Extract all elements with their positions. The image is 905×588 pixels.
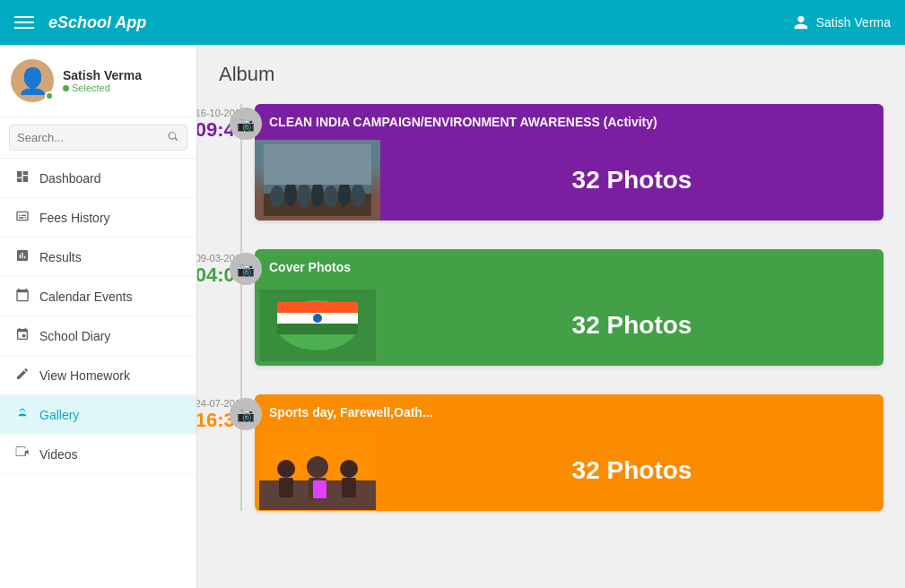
svg-point-7 (338, 181, 351, 206)
svg-point-15 (313, 314, 322, 323)
entry-icon-1: 📷 (230, 108, 262, 140)
header-username: Satish Verma (816, 15, 891, 30)
results-icon (14, 248, 30, 265)
sidebar-item-view-homework[interactable]: View Homework (0, 356, 196, 395)
sidebar-item-homework-label: View Homework (39, 368, 130, 383)
hamburger-menu[interactable] (14, 16, 34, 29)
header-left: eSchool App (14, 13, 146, 32)
svg-rect-25 (313, 480, 326, 498)
dashboard-icon (14, 169, 30, 186)
card-body-1: 32 Photos (255, 140, 883, 220)
page-title: Album (219, 63, 883, 86)
sidebar-item-fees-history[interactable]: Fees History (0, 198, 196, 238)
search-section (0, 117, 196, 159)
svg-point-6 (324, 186, 338, 207)
sidebar-item-videos-label: Videos (39, 447, 78, 462)
svg-rect-12 (277, 302, 358, 313)
gallery-icon (14, 406, 30, 423)
card-photos-2: 32 Photos (380, 311, 883, 340)
sidebar-item-school-diary-label: School Diary (39, 329, 110, 343)
card-header-2: Cover Photos (255, 249, 883, 285)
camera-icon-3: 📷 (237, 406, 255, 423)
sidebar-item-dashboard[interactable]: Dashboard (0, 159, 196, 198)
svg-rect-9 (264, 144, 371, 185)
main-layout: Satish Verma Selected (0, 45, 905, 588)
entry-card-1[interactable]: CLEAN INDIA CAMPAIGN/ENVIRONMENT AWARENE… (255, 104, 883, 220)
entry-card-3[interactable]: Sports day, Farewell,Oath... (255, 394, 883, 511)
search-container (9, 125, 187, 151)
sidebar-item-dashboard-label: Dashboard (39, 171, 101, 186)
card-body-2: 32 Photos (255, 285, 883, 366)
entry-icon-2: 📷 (230, 253, 262, 285)
timeline: 16-10-2014 09:46 📷 CLEAN INDIA CAMPAIGN/… (219, 104, 883, 511)
svg-point-3 (284, 181, 297, 206)
svg-point-2 (270, 186, 284, 207)
svg-rect-20 (279, 478, 293, 497)
sidebar-item-results[interactable]: Results (0, 238, 196, 277)
svg-point-4 (297, 184, 311, 207)
user-icon (793, 14, 809, 30)
main-content: Album 16-10-2014 09:46 📷 CLEAN INDIA CAM… (197, 45, 905, 588)
svg-point-19 (277, 460, 295, 478)
timeline-entry-1: 16-10-2014 09:46 📷 CLEAN INDIA CAMPAIGN/… (255, 104, 883, 220)
entry-card-2[interactable]: Cover Photos (255, 249, 883, 366)
search-input[interactable] (17, 131, 161, 144)
status-dot-inline (63, 85, 69, 91)
sidebar-item-results-label: Results (39, 250, 82, 264)
profile-name: Satish Verma (63, 68, 186, 82)
avatar-wrap (11, 59, 54, 102)
card-thumbnail-2 (255, 285, 380, 366)
card-header-1: CLEAN INDIA CAMPAIGN/ENVIRONMENT AWARENE… (255, 104, 883, 140)
card-thumbnail-1 (255, 140, 380, 220)
app-header: eSchool App Satish Verma (0, 0, 905, 45)
sidebar-item-fees-history-label: Fees History (39, 211, 110, 225)
status-indicator (45, 91, 54, 100)
card-body-3: 32 Photos (255, 430, 883, 511)
card-header-3: Sports day, Farewell,Oath... (255, 394, 883, 430)
calendar-icon (14, 288, 30, 305)
homework-icon (14, 367, 30, 384)
sidebar-nav: Dashboard Fees History Results Calendar … (0, 159, 196, 474)
sidebar-item-videos[interactable]: Videos (0, 435, 196, 474)
svg-rect-24 (342, 478, 356, 497)
header-user: Satish Verma (793, 14, 891, 30)
svg-point-8 (351, 184, 365, 207)
profile-section: Satish Verma Selected (0, 45, 196, 117)
svg-point-5 (311, 182, 324, 207)
school-diary-icon (14, 327, 30, 344)
timeline-entry-2: 09-03-2012 04:03 📷 Cover Photos (255, 249, 883, 366)
svg-point-21 (307, 456, 328, 478)
fees-history-icon (14, 209, 30, 226)
camera-icon-2: 📷 (237, 261, 255, 278)
card-photos-1: 32 Photos (380, 166, 883, 195)
sidebar: Satish Verma Selected (0, 45, 197, 588)
search-icon (167, 130, 179, 145)
svg-rect-14 (277, 324, 358, 334)
sidebar-item-school-diary[interactable]: School Diary (0, 316, 196, 356)
profile-info: Satish Verma Selected (63, 68, 186, 93)
svg-point-23 (340, 460, 358, 478)
sidebar-item-calendar-events[interactable]: Calendar Events (0, 277, 196, 316)
entry-icon-3: 📷 (230, 398, 262, 430)
card-thumbnail-3 (255, 430, 380, 511)
timeline-entry-3: 24-07-2014 16:38 📷 Sports day, Farewell,… (255, 394, 883, 511)
sidebar-item-gallery-label: Gallery (39, 408, 79, 422)
sidebar-item-gallery[interactable]: Gallery (0, 395, 196, 435)
card-photos-3: 32 Photos (380, 456, 883, 485)
camera-icon-1: 📷 (237, 116, 255, 133)
app-logo: eSchool App (48, 13, 146, 32)
profile-status: Selected (63, 82, 186, 93)
sidebar-item-calendar-label: Calendar Events (39, 290, 133, 304)
videos-icon (14, 445, 30, 463)
